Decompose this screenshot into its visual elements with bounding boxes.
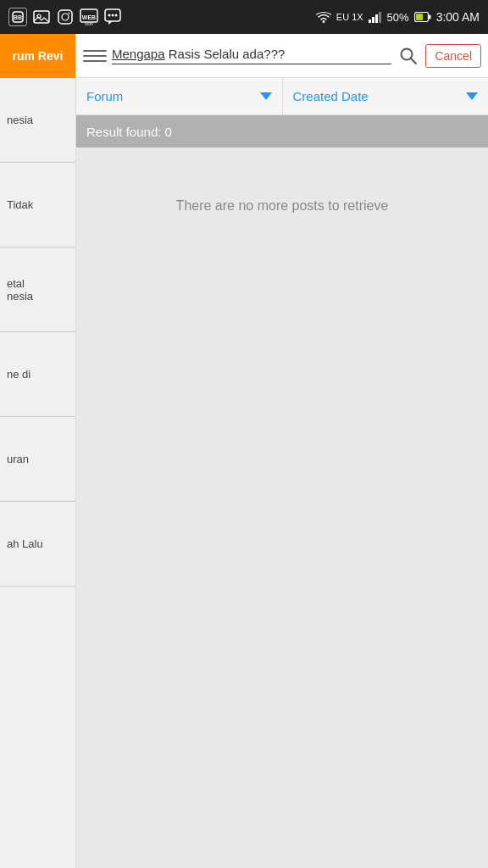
column-headers: Forum Created Date — [76, 78, 488, 115]
main-wrapper: rum Revi nesia Tidak etal nesia ne di ur… — [0, 34, 488, 868]
forum-header-label: Forum — [86, 89, 123, 103]
sidebar-item-label-2: etal nesia — [7, 277, 33, 303]
empty-message: There are no more posts to retrieve — [176, 198, 389, 214]
sidebar-item-label-5: ah Lalu — [7, 537, 43, 550]
sidebar-item-label-0: nesia — [7, 114, 33, 126]
result-count: Result found: 0 — [86, 125, 172, 139]
status-bar-left-icons: BB WEB toon — [8, 8, 122, 26]
svg-rect-19 — [379, 12, 381, 23]
svg-rect-17 — [372, 17, 374, 23]
sidebar-item-2[interactable]: etal nesia — [0, 248, 75, 332]
wifi-icon — [316, 11, 331, 23]
network-type: EU 1X — [336, 12, 363, 22]
status-bar-right: EU 1X 50% 3:00 AM — [316, 10, 480, 24]
column-header-forum[interactable]: Forum — [76, 78, 283, 114]
search-icon[interactable] — [396, 44, 420, 68]
sidebar-item-0[interactable]: nesia — [0, 78, 75, 163]
svg-text:BB: BB — [14, 14, 22, 20]
menu-icon[interactable] — [83, 44, 107, 68]
photos-icon — [32, 8, 51, 26]
sidebar-item-label-3: ne di — [7, 368, 30, 381]
battery-icon — [414, 12, 431, 22]
created-date-header-label: Created Date — [293, 89, 369, 103]
search-input-container: Mengapa Rasis Selalu ada??? — [112, 47, 391, 64]
search-bar: Mengapa Rasis Selalu ada??? Cancel — [76, 34, 488, 78]
cancel-button[interactable]: Cancel — [425, 44, 481, 68]
svg-rect-2 — [34, 11, 49, 23]
svg-point-14 — [115, 14, 118, 17]
svg-point-13 — [112, 14, 114, 17]
sidebar-item-1[interactable]: Tidak — [0, 163, 75, 248]
webtoon-icon: WEB toon — [80, 8, 98, 26]
empty-state: There are no more posts to retrieve — [76, 147, 488, 868]
svg-point-5 — [62, 14, 69, 20]
svg-rect-16 — [369, 19, 371, 23]
content-area: Mengapa Rasis Selalu ada??? Cancel Forum… — [76, 34, 488, 868]
svg-rect-22 — [429, 15, 431, 19]
svg-point-12 — [108, 14, 111, 17]
svg-text:toon: toon — [85, 21, 93, 25]
column-header-created-date[interactable]: Created Date — [283, 78, 489, 114]
sidebar-item-5[interactable]: ah Lalu — [0, 502, 75, 587]
sidebar-header: rum Revi — [0, 34, 75, 78]
svg-rect-18 — [375, 14, 378, 23]
sidebar-item-label-1: Tidak — [7, 198, 33, 211]
sidebar-item-label-4: uran — [7, 453, 29, 465]
sidebar-header-text: rum Revi — [13, 49, 64, 63]
svg-point-15 — [322, 20, 324, 23]
forum-sort-arrow — [260, 92, 272, 100]
search-display: Mengapa Rasis Selalu ada??? — [112, 47, 391, 62]
sidebar: rum Revi nesia Tidak etal nesia ne di ur… — [0, 34, 76, 868]
bbm-icon: BB — [8, 8, 27, 26]
sidebar-item-3[interactable]: ne di — [0, 332, 75, 417]
battery-percent: 50% — [387, 11, 409, 24]
instagram-icon — [56, 8, 75, 26]
chat-icon — [103, 8, 122, 26]
result-bar: Result found: 0 — [76, 115, 488, 147]
sidebar-item-4[interactable]: uran — [0, 417, 75, 502]
svg-rect-4 — [58, 10, 72, 24]
svg-text:WEB: WEB — [82, 14, 96, 20]
time: 3:00 AM — [436, 10, 480, 24]
date-sort-arrow — [466, 92, 478, 100]
signal-icon — [369, 11, 382, 23]
svg-point-6 — [69, 13, 70, 14]
svg-line-24 — [411, 58, 416, 64]
svg-rect-21 — [416, 14, 423, 20]
status-bar: BB WEB toon — [0, 0, 488, 34]
